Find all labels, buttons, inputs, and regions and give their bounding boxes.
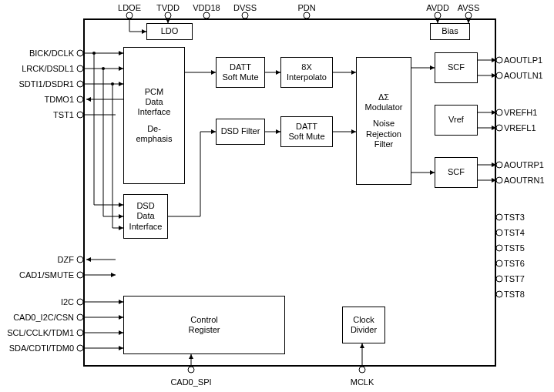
pin-tst6: TST6 [504, 259, 525, 268]
svg-point-0 [77, 50, 83, 56]
pin-vrefh1: VREFH1 [504, 108, 537, 117]
svg-point-53 [304, 12, 310, 18]
pin-tst5: TST5 [504, 243, 525, 253]
svg-point-52 [242, 12, 248, 18]
svg-point-27 [496, 162, 502, 168]
pin-cad1-smute: CAD1/SMUTE [6, 270, 74, 280]
svg-point-2 [77, 65, 83, 72]
l4: De- [147, 124, 161, 134]
pin-mclk: MCLK [347, 377, 378, 387]
svg-point-48 [126, 12, 133, 18]
l1: Vref [448, 115, 464, 125]
l1: DATT [296, 122, 317, 132]
l1: Control [190, 315, 217, 325]
pin-lrck-dsdl1: LRCK/DSDL1 [6, 64, 74, 73]
svg-point-8 [77, 112, 83, 118]
svg-point-60 [359, 367, 365, 373]
svg-point-56 [465, 12, 472, 18]
pin-dvss: DVSS [230, 3, 260, 12]
block-clock-divider: Clock Divider [342, 307, 385, 343]
label: LDO [161, 26, 179, 36]
pin-scl-cclk-tdm1: SCL/CCLK/TDM1 [6, 328, 74, 337]
l1: 8X [301, 62, 311, 72]
l2: Soft Mute [288, 132, 324, 142]
block-datt1: DATT Soft Mute [216, 57, 265, 88]
l1: DSD [136, 201, 154, 211]
svg-point-32 [496, 245, 502, 251]
pin-bick-dclk: BICK/DCLK [6, 49, 74, 58]
l2: Register [189, 325, 220, 335]
pin-avdd: AVDD [422, 3, 453, 12]
pin-tst4: TST4 [504, 228, 525, 237]
block-vref: Vref [435, 105, 478, 136]
svg-point-25 [496, 125, 502, 131]
svg-point-38 [77, 272, 83, 278]
pin-tdmo1: TDMO1 [6, 95, 74, 104]
svg-point-6 [77, 96, 83, 102]
pin-i2c: I2C [6, 297, 74, 307]
l1: SCF [448, 167, 465, 177]
block-scf-bottom: SCF [435, 157, 478, 188]
pin-tst1: TST1 [6, 110, 74, 119]
svg-point-42 [77, 314, 83, 320]
pin-cad0-i2c-csn: CAD0_I2C/CSN [6, 313, 74, 322]
l5: emphasis [136, 134, 172, 144]
svg-point-4 [77, 81, 83, 87]
svg-point-34 [496, 276, 502, 282]
block-scf-top: SCF [435, 52, 478, 83]
svg-point-46 [77, 345, 83, 351]
l5: Filter [374, 139, 393, 149]
l1: ΔΣ [378, 92, 389, 102]
pin-aoutlp1: AOUTLP1 [504, 55, 542, 65]
svg-point-19 [496, 57, 502, 63]
l1: SCF [448, 62, 465, 72]
block-modulator: ΔΣ Modulator Noise Rejection Filter [356, 57, 411, 185]
block-control-register: Control Register [123, 296, 285, 354]
pin-aoutrp1: AOUTRP1 [504, 160, 544, 169]
l4: Rejection [366, 129, 401, 139]
block-pcm: PCM Data Interface De- emphasis [123, 47, 185, 184]
pin-aoutrn1: AOUTRN1 [504, 176, 545, 185]
pin-dzf: DZF [6, 255, 74, 264]
pin-pdn: PDN [291, 3, 322, 12]
svg-point-54 [435, 12, 441, 18]
pin-vdd18: VDD18 [191, 3, 222, 12]
l2: Divider [351, 325, 377, 335]
l3: Noise [373, 119, 395, 129]
svg-point-33 [496, 260, 502, 266]
pin-sdti1-dsdr1: SDTI1/DSDR1 [6, 79, 74, 89]
pin-ldoe: LDOE [114, 3, 145, 12]
block-dsdfilter: DSD Filter [216, 119, 265, 145]
label: Bias [442, 26, 458, 36]
svg-point-36 [77, 256, 83, 263]
block-datt2: DATT Soft Mute [280, 116, 333, 147]
pin-tst3: TST3 [504, 213, 525, 222]
pin-tvdd: TVDD [153, 3, 183, 12]
pin-vrefl1: VREFL1 [504, 123, 536, 132]
svg-point-23 [496, 109, 502, 116]
svg-point-51 [203, 12, 210, 18]
l1: PCM [145, 87, 163, 97]
svg-point-35 [496, 291, 502, 297]
svg-point-31 [496, 230, 502, 236]
l2: Data [145, 97, 163, 107]
l1: DATT [230, 62, 251, 72]
l3: Interface [138, 107, 171, 117]
l2: Soft Mute [222, 72, 258, 82]
pin-aoutln1: AOUTLN1 [504, 71, 543, 80]
block-interp: 8X Interpolato [280, 57, 333, 88]
l3: Interface [129, 222, 163, 232]
pin-avss: AVSS [453, 3, 484, 12]
block-ldo: LDO [146, 23, 193, 40]
svg-point-44 [77, 330, 83, 336]
svg-point-49 [165, 12, 171, 18]
l1: DSD Filter [221, 126, 260, 136]
block-dsd-iface: DSD Data Interface [123, 194, 168, 239]
block-bias: Bias [430, 23, 470, 40]
svg-point-30 [496, 214, 502, 220]
l2: Data [136, 211, 154, 221]
pin-cad0-spi: CAD0_SPI [168, 377, 214, 387]
pin-sda-cdti-tdm0: SDA/CDTI/TDM0 [6, 343, 74, 353]
pin-tst7: TST7 [504, 274, 525, 283]
l1: Clock [353, 315, 374, 325]
